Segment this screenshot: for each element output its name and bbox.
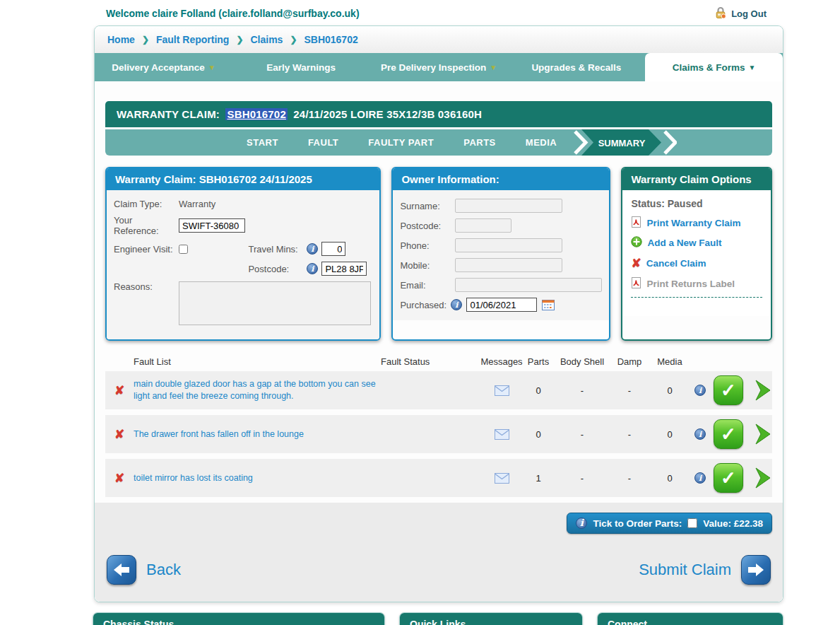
breadcrumb-fault-reporting[interactable]: Fault Reporting <box>156 34 229 45</box>
logout-label: Log Out <box>731 8 767 19</box>
tab-claims-forms[interactable]: Claims & Forms ▼ <box>645 53 783 81</box>
step-start[interactable]: START <box>247 137 278 148</box>
mobile-input[interactable] <box>455 258 562 272</box>
phone-input[interactable] <box>455 238 562 252</box>
travel-mins-label: Travel Mins: <box>248 244 303 255</box>
messages-envelope-icon[interactable] <box>478 473 525 484</box>
travel-mins-input[interactable] <box>321 242 345 256</box>
messages-envelope-icon[interactable] <box>478 429 525 440</box>
breadcrumb-claims[interactable]: Claims <box>250 34 283 45</box>
claim-status: Status: Paused <box>631 198 762 209</box>
step-media[interactable]: MEDIA <box>526 137 557 148</box>
back-label: Back <box>146 561 181 579</box>
order-parts-label: Tick to Order Parts: <box>593 518 682 529</box>
body-shell-value: - <box>552 385 613 396</box>
reference-input[interactable] <box>179 218 245 233</box>
arrow-right-icon <box>741 555 771 585</box>
panels-row: Warranty Claim: SBH016702 24/11/2025 Cla… <box>105 167 772 341</box>
back-button[interactable]: Back <box>107 555 181 585</box>
fault-complete-button[interactable]: ✓ <box>714 463 743 493</box>
claim-bar-suffix: 24/11/2025 LOIRE 35X12/3B 036160H <box>293 108 482 120</box>
purchased-label: Purchased: <box>400 300 451 310</box>
col-parts: Parts <box>525 356 552 367</box>
delete-fault-icon[interactable]: ✘ <box>114 471 124 486</box>
reasons-textarea[interactable] <box>179 281 371 325</box>
pdf-icon <box>631 277 641 291</box>
quick-links-box: Quick Links <box>399 612 583 625</box>
open-fault-arrow-icon[interactable] <box>750 466 776 490</box>
info-icon[interactable]: i <box>694 428 706 440</box>
add-new-fault-link[interactable]: Add a New Fault <box>631 236 762 250</box>
warranty-claim-panel: Warranty Claim: SBH016702 24/11/2025 Cla… <box>105 167 381 341</box>
messages-envelope-icon[interactable] <box>478 385 525 396</box>
info-icon[interactable]: i <box>694 472 706 484</box>
main-container: Home ❯ Fault Reporting ❯ Claims ❯ SBH016… <box>94 25 783 602</box>
fault-description-link[interactable]: toilet mirror has lost its coating <box>134 472 381 484</box>
svg-text:SUMMARY: SUMMARY <box>598 138 646 148</box>
logout-button[interactable]: Log Out <box>714 6 767 21</box>
cancel-icon: ✘ <box>631 256 641 271</box>
step-faulty-part[interactable]: FAULTY PART <box>368 137 434 148</box>
purchased-date-input[interactable] <box>466 298 537 312</box>
footer: Chassis Status Quick Links Connect <box>93 612 840 625</box>
engineer-visit-label: Engineer Visit: <box>114 244 179 255</box>
calendar-icon[interactable] <box>542 299 555 310</box>
step-parts[interactable]: PARTS <box>463 137 496 148</box>
info-icon[interactable]: i <box>451 299 462 310</box>
fault-description-link[interactable]: main double glazed door has a gap at the… <box>134 378 381 402</box>
breadcrumb-claim-number[interactable]: SBH016702 <box>304 34 357 45</box>
quick-links-title: Quick Links <box>400 613 582 625</box>
owner-postcode-input[interactable] <box>455 218 511 233</box>
fault-table: Fault List Fault Status Messages Parts B… <box>105 356 772 497</box>
info-icon[interactable]: i <box>307 243 318 255</box>
delete-fault-icon[interactable]: ✘ <box>114 427 124 442</box>
tab-early-warnings[interactable]: Early Warnings <box>232 53 370 81</box>
claim-type-value: Warranty <box>179 199 215 209</box>
open-fault-arrow-icon[interactable] <box>750 422 776 446</box>
surname-label: Surname: <box>400 201 455 211</box>
submit-claim-button[interactable]: Submit Claim <box>639 555 771 585</box>
info-icon[interactable]: i <box>307 263 318 274</box>
tab-upgrades-recalls[interactable]: Upgrades & Recalls <box>507 53 645 81</box>
reference-label: Your Reference: <box>114 215 179 236</box>
open-fault-arrow-icon[interactable] <box>750 378 776 402</box>
fault-complete-button[interactable]: ✓ <box>714 419 743 449</box>
print-warranty-claim-link[interactable]: Print Warranty Claim <box>631 216 762 230</box>
breadcrumb-home[interactable]: Home <box>107 34 135 45</box>
damp-value: - <box>613 429 646 440</box>
surname-input[interactable] <box>455 199 562 213</box>
info-icon[interactable]: i <box>694 385 706 396</box>
step-fault[interactable]: FAULT <box>308 137 338 148</box>
breadcrumb: Home ❯ Fault Reporting ❯ Claims ❯ SBH016… <box>95 26 783 53</box>
connect-box: Connect <box>597 612 783 625</box>
parts-count: 1 <box>525 473 552 484</box>
fault-table-header: Fault List Fault Status Messages Parts B… <box>105 356 772 367</box>
delete-fault-icon[interactable]: ✘ <box>114 383 124 398</box>
topbar: Welcome claire Folland (claire.folland@s… <box>0 0 840 25</box>
owner-postcode-label: Postcode: <box>400 221 455 231</box>
bottom-section: i Tick to Order Parts: Value: £22.38 Bac… <box>95 503 783 602</box>
warranty-panel-title: Warranty Claim: SBH016702 24/11/2025 <box>107 168 379 190</box>
engineer-postcode-input[interactable] <box>321 262 367 276</box>
damp-value: - <box>613 385 646 396</box>
tab-delivery-acceptance[interactable]: Delivery Acceptance ▼ <box>95 53 232 81</box>
email-input[interactable] <box>455 278 602 292</box>
info-icon[interactable]: i <box>576 518 587 529</box>
fault-description-link[interactable]: The drawer front has fallen off in the l… <box>134 428 381 440</box>
chevron-right-icon: ❯ <box>142 35 149 45</box>
fault-row: ✘ toilet mirror has lost its coating 1 -… <box>105 459 772 497</box>
divider <box>631 297 762 298</box>
order-parts-checkbox[interactable] <box>687 518 697 528</box>
warranty-claim-title-bar: WARRANTY CLAIM: SBH016702 24/11/2025 LOI… <box>105 101 772 127</box>
arrow-left-icon <box>107 555 136 585</box>
cancel-claim-link[interactable]: ✘ Cancel Claim <box>631 256 762 271</box>
fault-complete-button[interactable]: ✓ <box>714 375 743 405</box>
chevron-right-icon: ❯ <box>290 35 297 45</box>
engineer-postcode-label: Postcode: <box>248 264 303 274</box>
welcome-text: Welcome claire Folland (claire.folland@s… <box>106 8 360 19</box>
step-summary-active[interactable]: SUMMARY <box>572 129 677 156</box>
engineer-visit-checkbox[interactable] <box>179 245 188 254</box>
owner-information-panel: Owner Information: Surname: Postcode: Ph… <box>391 167 610 341</box>
tab-pre-delivery-inspection[interactable]: Pre Delivery Inspection ▼ <box>370 53 508 81</box>
chevron-down-icon: ▼ <box>749 64 756 71</box>
